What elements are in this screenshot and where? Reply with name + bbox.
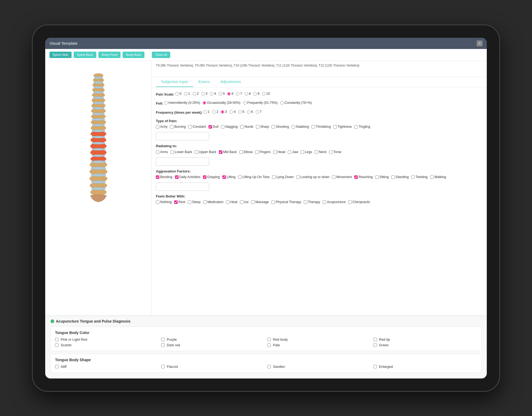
pain-numb[interactable]: Numb <box>240 124 253 130</box>
rad-lower-back[interactable]: Lower Back <box>171 149 192 155</box>
rad-neck[interactable]: Neck <box>315 149 326 155</box>
tongue-swollen[interactable]: Swollen <box>267 365 371 369</box>
svg-point-36 <box>91 160 106 163</box>
agg-sitting[interactable]: Sitting <box>375 174 389 180</box>
tab-subjective-input[interactable]: Subjective Input <box>156 77 193 87</box>
better-heat[interactable]: Heat <box>226 199 237 205</box>
rad-torse[interactable]: Torse <box>329 149 342 155</box>
pain-scale-4[interactable]: 4 <box>210 91 216 97</box>
radiating-to-input[interactable] <box>156 157 209 166</box>
agg-movement[interactable]: Movement <box>332 174 352 180</box>
spine-image[interactable] <box>72 64 125 197</box>
rad-legs[interactable]: Legs <box>301 149 312 155</box>
tongue-red-tip[interactable]: Red tip <box>373 337 477 341</box>
pain-scale-6[interactable]: 6 <box>227 91 233 97</box>
tab-body-front[interactable]: Body-Front <box>98 52 120 58</box>
agg-looking-up[interactable]: Looking up or down <box>296 174 330 180</box>
better-nothing[interactable]: Nothing <box>156 199 172 205</box>
agg-reaching[interactable]: Reaching <box>354 174 373 180</box>
title-bar: Visual Template × <box>45 38 487 49</box>
tongue-stiff[interactable]: Stiff <box>55 365 159 369</box>
selected-regions: T9 (9th Thoracic Vertebra), T9 (9th Thor… <box>152 61 487 77</box>
tab-adjustments[interactable]: Adjustments <box>215 77 246 87</box>
rad-arms[interactable]: Arms <box>156 149 168 155</box>
rad-upper-back[interactable]: Upper Back <box>195 149 216 155</box>
rad-mid-back[interactable]: Mid Back <box>219 149 237 155</box>
pain-dull[interactable]: Dull <box>209 124 219 130</box>
aggravation-factors-input[interactable] <box>156 182 209 191</box>
pain-burning[interactable]: Burning <box>170 124 186 130</box>
tongue-purple[interactable]: Purple <box>161 337 265 341</box>
agg-daily[interactable]: Daily Activities <box>175 174 201 180</box>
felt-intermittently[interactable]: Intermittently (0-25%) <box>164 100 200 106</box>
pain-tightness[interactable]: Tightness <box>333 124 352 130</box>
freq-2[interactable]: 2 <box>212 109 218 115</box>
better-acupuncture[interactable]: Acupuncture <box>323 199 346 205</box>
pain-achy[interactable]: Achy <box>156 124 168 130</box>
agg-twisting[interactable]: Twisting <box>411 174 427 180</box>
pain-constant[interactable]: Constant <box>188 124 206 130</box>
rad-elbow[interactable]: Elbow <box>239 149 253 155</box>
pain-scale-8[interactable]: 8 <box>245 91 251 97</box>
better-sleep[interactable]: Sleep <box>188 199 201 205</box>
agg-standing[interactable]: Standing <box>391 174 409 180</box>
pain-nagging[interactable]: Nagging <box>221 124 238 130</box>
pain-scale-5[interactable]: 5 <box>219 91 225 97</box>
type-of-pain-input[interactable] <box>156 132 209 141</box>
agg-lying-down[interactable]: Lying Down <box>272 174 294 180</box>
better-medication[interactable]: Medication <box>203 199 223 205</box>
agg-lifting-toes[interactable]: Lifting Up On Toes <box>238 174 270 180</box>
freq-6[interactable]: 6 <box>247 109 253 115</box>
pain-shooting[interactable]: Shooting <box>272 124 289 130</box>
close-button[interactable]: × <box>477 40 483 46</box>
tongue-dark-red[interactable]: Dark red <box>161 343 265 347</box>
pain-scale-7[interactable]: 7 <box>236 91 242 97</box>
tablet-screen: Visual Template × Spine-Side Spine-Back … <box>45 38 487 378</box>
acupuncture-section: Acupuncture Tongue and Pulse Diagnosis T… <box>45 315 487 378</box>
freq-3[interactable]: 3 <box>221 109 227 115</box>
pain-stabbing[interactable]: Stabbing <box>292 124 309 130</box>
better-physical-therapy[interactable]: Physical Therapy <box>271 199 301 205</box>
pain-tingling[interactable]: Tingling <box>354 124 370 130</box>
better-massage[interactable]: Massage <box>251 199 269 205</box>
tab-spine-back[interactable]: Spine-Back <box>74 52 96 58</box>
rad-jaw[interactable]: Jaw <box>288 149 298 155</box>
felt-frequently[interactable]: Frequently (51-75%) <box>243 100 278 106</box>
tongue-enlarged[interactable]: Enlarged <box>373 365 477 369</box>
agg-lifting[interactable]: Lifting <box>222 174 235 180</box>
tongue-pink-light-red[interactable]: Pink or Light Red <box>55 337 159 341</box>
pain-scale-9[interactable]: 9 <box>253 91 259 97</box>
freq-1[interactable]: 1 <box>203 109 210 115</box>
better-therapy[interactable]: Therapy <box>304 199 320 205</box>
better-chiropractic[interactable]: Chiropractic <box>348 199 370 205</box>
agg-gripping[interactable]: Gripping <box>203 174 220 180</box>
tab-exams[interactable]: Exams <box>193 77 215 87</box>
rad-fingers[interactable]: Fingers <box>255 149 271 155</box>
pain-sharp[interactable]: Sharp <box>256 124 269 130</box>
agg-walking[interactable]: Walking <box>430 174 446 180</box>
clear-all-button[interactable]: Clear All <box>152 52 170 58</box>
pain-throbbing[interactable]: Throbbing <box>311 124 331 130</box>
freq-7[interactable]: 7 <box>256 109 262 115</box>
tongue-pale[interactable]: Pale <box>267 343 371 347</box>
tongue-red-body[interactable]: Red body <box>267 337 371 341</box>
tongue-body-shape-grid: Stiff Flaccid Swollen Enlarged <box>55 365 477 369</box>
pain-scale-2[interactable]: 2 <box>193 91 199 97</box>
tongue-green[interactable]: Green <box>373 343 477 347</box>
freq-5[interactable]: 5 <box>238 109 244 115</box>
pain-scale-0[interactable]: 0 <box>175 91 181 97</box>
pain-scale-3[interactable]: 3 <box>201 91 207 97</box>
rad-head[interactable]: Head <box>273 149 285 155</box>
tongue-flaccid[interactable]: Flaccid <box>161 365 265 369</box>
tab-body-back[interactable]: Body-Back <box>123 52 144 58</box>
pain-scale-10[interactable]: 10 <box>262 91 270 97</box>
tongue-scarlet[interactable]: Scarlet <box>55 343 159 347</box>
tab-spine-side[interactable]: Spine-Side <box>49 52 72 58</box>
pain-scale-1[interactable]: 1 <box>184 91 190 97</box>
felt-constantly[interactable]: Constantly (76+%) <box>280 100 312 106</box>
better-ice[interactable]: Ice <box>240 199 249 205</box>
agg-bending[interactable]: Bending <box>156 174 172 180</box>
freq-4[interactable]: 4 <box>230 109 236 115</box>
better-rest[interactable]: Rest <box>174 199 185 205</box>
felt-occasionally[interactable]: Occasionally (26-50%) <box>203 100 240 106</box>
